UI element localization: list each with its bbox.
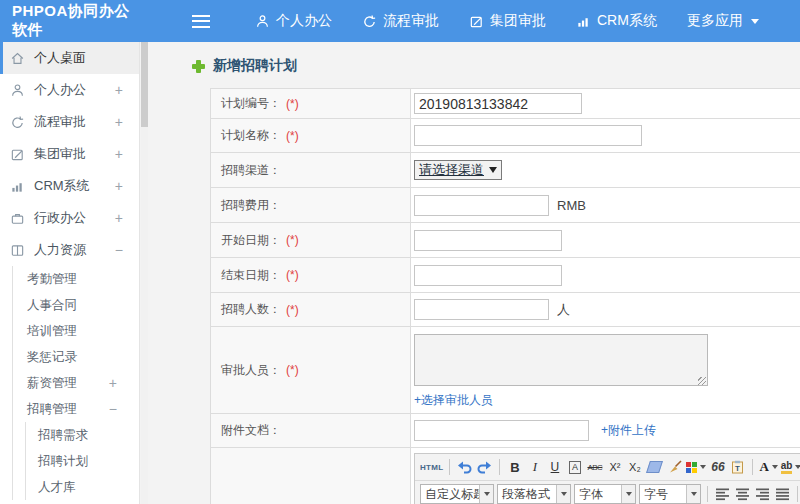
font-family-select[interactable]: 字体 xyxy=(574,484,636,504)
sidebar-item-recruitment-management[interactable]: 招聘管理 − xyxy=(13,396,139,422)
form-row-editor: HTML B I U A ABC X² X₂ xyxy=(211,448,800,504)
sidebar-scrollbar-thumb[interactable] xyxy=(141,42,148,127)
sidebar-item-administrative-office[interactable]: 行政办公 + xyxy=(0,202,139,234)
subscript-button[interactable]: X₂ xyxy=(626,457,643,477)
align-center-button[interactable] xyxy=(734,484,751,504)
user-icon xyxy=(255,14,270,29)
book-icon xyxy=(10,243,25,258)
sidebar-item-human-resources[interactable]: 人力资源 − xyxy=(0,234,139,266)
sidebar-item-salary-management[interactable]: 薪资管理 + xyxy=(13,370,139,396)
paragraph-format-select[interactable]: 段落格式 xyxy=(497,484,571,504)
expand-toggle[interactable]: + xyxy=(115,82,139,98)
sidebar-item-recruitment-plan[interactable]: 招聘计划 xyxy=(26,448,139,474)
form-row-recruitment-cost: 招聘费用： RMB xyxy=(211,188,800,223)
plan-name-input[interactable] xyxy=(414,125,642,146)
end-date-input[interactable] xyxy=(414,265,562,286)
sidebar-item-talent-pool[interactable]: 人才库 xyxy=(26,474,139,500)
nav-group-approval[interactable]: 集团审批 xyxy=(454,0,561,42)
redo-button[interactable] xyxy=(476,457,493,477)
sidebar-item-process-approval[interactable]: 流程审批 + xyxy=(0,106,139,138)
main-content: 新增招聘计划 计划编号：(*) 计划名称：(*) 招聘渠道： 请选择渠道 招聘费… xyxy=(148,42,800,504)
superscript-button[interactable]: X² xyxy=(606,457,623,477)
approvers-textarea[interactable] xyxy=(414,334,708,386)
plan-number-input[interactable] xyxy=(414,93,582,114)
color-style-button[interactable] xyxy=(686,457,706,477)
expand-toggle[interactable]: + xyxy=(115,146,139,162)
add-plus-icon xyxy=(192,60,205,73)
italic-button[interactable]: I xyxy=(526,457,543,477)
select-approvers-link[interactable]: +选择审批人员 xyxy=(414,392,493,409)
strikethrough-button[interactable]: ABC xyxy=(586,457,603,477)
expand-toggle[interactable]: + xyxy=(115,114,139,130)
font-color-button[interactable]: A xyxy=(759,457,777,477)
select-caret-icon xyxy=(489,167,497,173)
expand-toggle[interactable]: − xyxy=(109,401,139,417)
undo-button[interactable] xyxy=(456,457,473,477)
expand-toggle[interactable]: − xyxy=(115,242,139,258)
eraser-icon xyxy=(646,461,663,473)
nav-crm-system[interactable]: CRM系统 xyxy=(561,0,672,42)
highlight-color-button[interactable]: ab xyxy=(781,457,800,477)
required-marker: (*) xyxy=(286,268,299,282)
clipboard-icon: T xyxy=(731,460,744,474)
field-label: 计划编号： xyxy=(221,95,281,112)
required-marker: (*) xyxy=(286,363,299,377)
chart-icon xyxy=(10,179,25,194)
required-marker: (*) xyxy=(286,97,299,111)
currency-suffix: RMB xyxy=(557,198,586,213)
channel-select[interactable]: 请选择渠道 xyxy=(414,160,502,180)
field-label: 审批人员： xyxy=(221,362,281,379)
home-icon xyxy=(10,51,25,66)
start-date-input[interactable] xyxy=(414,230,562,251)
expand-toggle[interactable]: + xyxy=(115,178,139,194)
sidebar-item-personnel-contract[interactable]: 人事合同 xyxy=(13,292,139,318)
html-source-button[interactable]: HTML xyxy=(420,457,443,477)
field-label: 开始日期： xyxy=(221,232,281,249)
font-size-select[interactable]: 字号 xyxy=(639,484,701,504)
sidebar-item-attendance-management[interactable]: 考勤管理 xyxy=(13,266,139,292)
sidebar-item-personal-office[interactable]: 个人办公 + xyxy=(0,74,139,106)
char-border-button[interactable]: A xyxy=(566,457,583,477)
bold-button[interactable]: B xyxy=(506,457,523,477)
sidebar-item-recruitment-demand[interactable]: 招聘需求 xyxy=(26,422,139,448)
blockquote-button[interactable]: 66 xyxy=(709,457,726,477)
remove-format-button[interactable] xyxy=(646,457,663,477)
format-painter-button[interactable] xyxy=(666,457,683,477)
hamburger-menu-icon[interactable] xyxy=(192,15,210,28)
required-marker: (*) xyxy=(286,303,299,317)
align-justify-button[interactable] xyxy=(774,484,791,504)
attachment-input[interactable] xyxy=(414,420,589,441)
sidebar-item-crm-system[interactable]: CRM系统 + xyxy=(0,170,139,202)
user-icon xyxy=(10,83,25,98)
cost-input[interactable] xyxy=(414,195,549,216)
palette-icon xyxy=(686,462,697,473)
chart-icon xyxy=(576,14,591,29)
align-right-button[interactable] xyxy=(754,484,771,504)
headcount-input[interactable] xyxy=(414,299,549,320)
paste-text-button[interactable]: T xyxy=(729,457,746,477)
rich-text-editor: HTML B I U A ABC X² X₂ xyxy=(414,453,800,504)
attachment-upload-link[interactable]: +附件上传 xyxy=(601,422,656,439)
sidebar-item-training-management[interactable]: 培训管理 xyxy=(13,318,139,344)
expand-toggle[interactable]: + xyxy=(115,210,139,226)
recruitment-submenu: 招聘需求 招聘计划 人才库 xyxy=(25,422,139,500)
form-row-approvers: 审批人员：(*) +选择审批人员 xyxy=(211,327,800,414)
required-marker: (*) xyxy=(286,233,299,247)
expand-toggle[interactable]: + xyxy=(109,375,139,391)
align-left-button[interactable] xyxy=(714,484,731,504)
sidebar-item-group-approval[interactable]: 集团审批 + xyxy=(0,138,139,170)
form-row-end-date: 结束日期：(*) xyxy=(211,258,800,293)
edit-icon xyxy=(469,14,484,29)
custom-heading-select[interactable]: 自定义标题 xyxy=(420,484,494,504)
nav-more-apps[interactable]: 更多应用 xyxy=(672,0,774,42)
sidebar-item-reward-punishment[interactable]: 奖惩记录 xyxy=(13,344,139,370)
caret-down-icon xyxy=(479,485,493,503)
field-label: 附件文档： xyxy=(221,422,281,439)
sidebar-item-personal-desktop[interactable]: 个人桌面 xyxy=(0,42,139,74)
underline-button[interactable]: U xyxy=(546,457,563,477)
nav-process-approval[interactable]: 流程审批 xyxy=(347,0,454,42)
broom-icon xyxy=(668,460,682,474)
caret-down-icon xyxy=(751,19,759,24)
nav-personal-office[interactable]: 个人办公 xyxy=(240,0,347,42)
field-label: 招聘费用： xyxy=(221,197,281,214)
